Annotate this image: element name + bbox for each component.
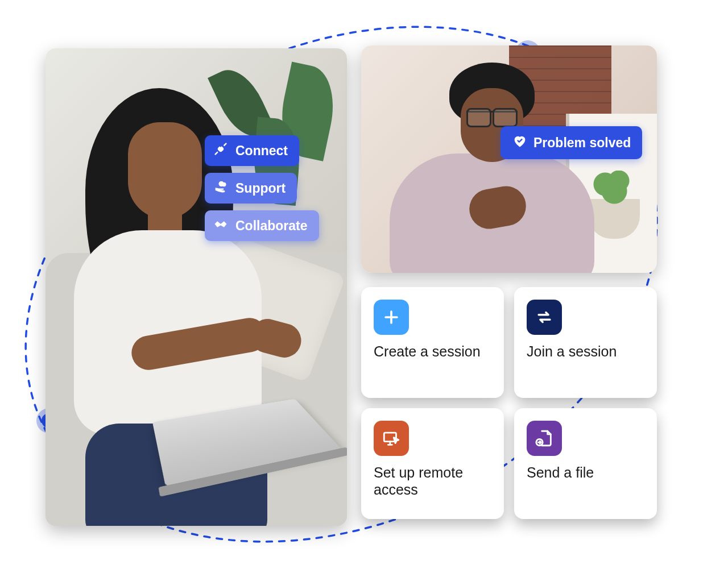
plus-icon bbox=[374, 300, 409, 335]
chip-collaborate: Collaborate bbox=[205, 210, 319, 241]
support-hand-icon bbox=[213, 179, 229, 198]
badge-label: Problem solved bbox=[533, 135, 631, 151]
tile-join-session[interactable]: Join a session bbox=[514, 287, 657, 398]
chip-label: Connect bbox=[235, 143, 288, 159]
tile-label: Set up remote access bbox=[374, 464, 491, 498]
chip-label: Support bbox=[235, 181, 286, 196]
tile-label: Join a session bbox=[527, 343, 644, 360]
tile-label: Send a file bbox=[527, 464, 644, 481]
plug-icon bbox=[213, 141, 229, 160]
tile-send-file[interactable]: Send a file bbox=[514, 408, 657, 519]
svg-point-7 bbox=[222, 182, 226, 186]
tile-create-session[interactable]: Create a session bbox=[361, 287, 504, 398]
chip-label: Collaborate bbox=[235, 218, 308, 234]
hero-photo-left bbox=[46, 48, 347, 526]
chip-support: Support bbox=[205, 173, 297, 204]
handshake-icon bbox=[213, 216, 229, 235]
hero-photo-right bbox=[361, 45, 657, 273]
chip-connect: Connect bbox=[205, 135, 299, 166]
file-send-icon bbox=[527, 421, 562, 456]
action-tiles: Create a session Join a session Set up r… bbox=[361, 287, 657, 519]
tile-remote-access[interactable]: Set up remote access bbox=[361, 408, 504, 519]
monitor-cursor-icon bbox=[374, 421, 409, 456]
heart-check-icon bbox=[512, 133, 528, 152]
tile-label: Create a session bbox=[374, 343, 491, 360]
swap-arrows-icon bbox=[527, 300, 562, 335]
feature-chips: Connect Support Collaborate bbox=[205, 135, 319, 241]
photo-illustration bbox=[46, 48, 347, 526]
problem-solved-badge: Problem solved bbox=[500, 126, 642, 159]
